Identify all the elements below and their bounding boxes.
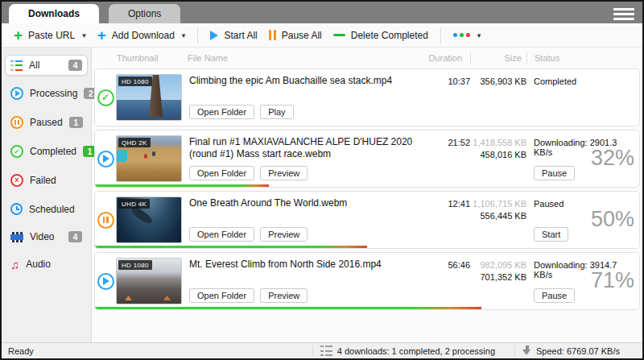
start-all-label: Start All [224,30,257,41]
count-badge: 1 [69,117,83,128]
delete-completed-label: Delete Completed [351,30,428,41]
sidebar-item-video[interactable]: Video 4 [5,226,88,247]
status-bar: Ready 4 downloads: 1 completed, 2 proces… [2,342,642,358]
toolbar-separator [197,27,198,43]
video-thumbnail: UHD 4K [116,197,182,243]
progress-percent: 50% [591,207,634,232]
header-status[interactable]: Status [527,53,640,63]
progress-percent: 71% [591,268,634,293]
tab-strip: Downloads Options [2,2,642,23]
delete-completed-button[interactable]: Delete Completed [328,28,434,43]
paste-url-button[interactable]: + Paste URL ▾ [8,28,92,43]
download-row[interactable]: QHD 2K Final run #1 MAXIAVALANCHE ALPE D… [94,130,640,188]
sidebar-item-all[interactable]: All 4 [5,55,88,76]
open-folder-button[interactable]: Open Folder [189,166,254,180]
size-total: 982,095 KB [481,260,527,270]
chevron-down-icon[interactable]: ▾ [477,31,481,39]
file-name: Climbing the epic Am Buachaille sea stac… [189,75,417,87]
count-badge: 4 [68,231,82,242]
chevron-down-icon[interactable]: ▾ [82,31,86,39]
download-row[interactable]: HD 1080 Mt. Everest Climb from North Sid… [94,252,640,310]
header-thumbnail[interactable]: Thumbnail [115,53,186,63]
file-name: Final run #1 MAXIAVALANCHE ALPE D'HUEZ 2… [189,136,417,160]
sidebar-item-failed[interactable]: × Failed [5,169,88,192]
sidebar-item-completed[interactable]: ✓ Completed 1 [5,140,88,163]
pause-all-button[interactable]: Pause All [263,28,328,43]
tab-downloads[interactable]: Downloads [9,4,99,23]
downloads-summary-text: 4 downloads: 1 completed, 2 processing [337,346,495,356]
quality-badge: QHD 2K [118,138,151,147]
preview-button[interactable]: Preview [260,227,308,242]
open-folder-button[interactable]: Open Folder [189,227,254,242]
quality-badge: UHD 4K [118,199,150,209]
download-row[interactable]: ✓ HD 1080 Climbing the epic Am Buachaill… [94,68,640,126]
toolbar: + Paste URL ▾ + Add Download ▾ Start All… [2,23,642,48]
sidebar-item-paused[interactable]: Paused 1 [5,111,88,134]
progress-bar [95,307,481,309]
x-circle-icon: × [10,174,23,187]
size-downloaded: 556,445 KB [481,211,527,221]
duration-value: 56:46 [422,253,470,309]
duration-value: 12:41 [422,192,470,248]
film-icon [10,232,23,242]
quality-badge: HD 1080 [118,260,152,270]
more-options-button[interactable]: ▾ [448,30,487,41]
ellipsis-dots-icon [453,33,470,37]
size-downloaded: 458,016 KB [481,150,527,159]
pause-circle-icon [10,116,23,129]
preview-button[interactable]: Preview [260,166,308,180]
sidebar-item-audio[interactable]: ♫ Audio [5,254,88,275]
sidebar-item-label: Audio [26,259,51,270]
preview-button[interactable]: Preview [260,288,308,303]
add-download-label: Add Download [112,30,175,41]
minus-icon [333,34,345,36]
list-icon [320,346,332,356]
play-circle-icon [97,273,114,290]
pause-button[interactable]: Pause [534,288,575,303]
sidebar-item-processing[interactable]: Processing 2 [5,82,88,105]
download-row[interactable]: UHD 4K One Breath Around The World.webm … [94,191,640,249]
plus-icon: + [14,30,23,41]
video-thumbnail: HD 1080 [116,74,182,121]
sidebar-item-scheduled[interactable]: Scheduled [5,198,88,220]
content-area: All 4 Processing 2 Paused 1 ✓ Completed … [2,48,642,342]
duration-value: 10:37 [422,69,470,126]
open-folder-button[interactable]: Open Folder [189,288,254,303]
status-text: Completed [534,77,576,86]
tab-options[interactable]: Options [109,4,180,23]
size-downloaded: 701,352 KB [481,272,527,282]
size-total: 1,106,715 KB [473,199,526,209]
header-size[interactable]: Size [471,52,527,64]
sidebar-item-label: Paused [30,117,63,128]
size-total: 1,418,558 KB [473,138,526,147]
pause-icon [269,30,276,40]
progress-bar [95,184,269,187]
menu-hamburger-icon[interactable] [613,8,634,20]
quality-badge: HD 1080 [118,77,152,86]
video-thumbnail: QHD 2K [116,135,182,182]
check-circle-icon: ✓ [10,145,23,158]
file-name: Mt. Everest Climb from North Side 2016.m… [189,259,417,271]
download-list: Thumbnail File Name Duration Size Status… [92,48,642,342]
open-folder-button[interactable]: Open Folder [189,105,254,119]
speed-indicator: Speed: 6769.07 KB/s [514,346,620,356]
start-button[interactable]: Start [534,227,568,242]
header-duration[interactable]: Duration [423,52,471,64]
progress-percent: 32% [591,146,634,171]
music-note-icon: ♫ [10,259,19,270]
chevron-down-icon[interactable]: ▾ [182,31,186,39]
paste-url-label: Paste URL [28,30,75,41]
pause-button[interactable]: Pause [534,166,575,180]
list-header: Thumbnail File Name Duration Size Status [94,48,640,68]
check-circle-icon: ✓ [97,89,114,106]
play-circle-icon [10,87,23,100]
add-download-button[interactable]: + Add Download ▾ [92,28,192,43]
sidebar-item-label: Video [30,231,54,242]
sidebar-item-label: Scheduled [29,204,75,215]
start-all-button[interactable]: Start All [204,28,262,43]
play-button[interactable]: Play [260,105,293,119]
sidebar-item-label: All [29,60,39,71]
header-file-name[interactable]: File Name [186,53,423,63]
clock-icon [10,203,23,215]
file-name: One Breath Around The World.webm [189,197,417,209]
